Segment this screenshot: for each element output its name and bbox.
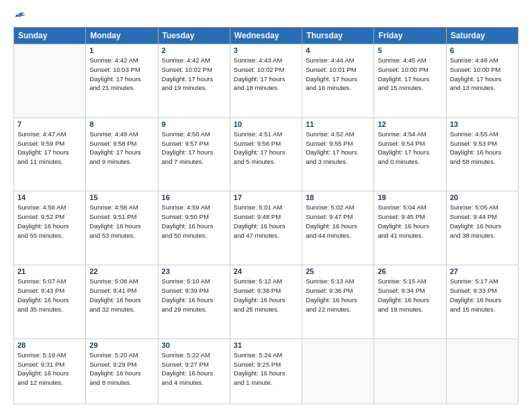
table-row: 2Sunrise: 4:42 AM Sunset: 10:02 PM Dayli… [158, 44, 230, 118]
day-number: 21 [17, 267, 82, 275]
day-info: Sunrise: 5:17 AM Sunset: 9:33 PM Dayligh… [450, 277, 515, 314]
table-row: 13Sunrise: 4:55 AM Sunset: 9:53 PM Dayli… [446, 118, 518, 191]
calendar-header-row: Sunday Monday Tuesday Wednesday Thursday… [14, 28, 519, 44]
calendar-week-row: 21Sunrise: 5:07 AM Sunset: 9:43 PM Dayli… [14, 265, 519, 339]
day-info: Sunrise: 4:47 AM Sunset: 9:59 PM Dayligh… [17, 130, 82, 167]
day-number: 9 [162, 120, 226, 128]
day-info: Sunrise: 5:13 AM Sunset: 9:36 PM Dayligh… [306, 277, 370, 314]
day-number: 14 [17, 193, 82, 201]
day-number: 4 [306, 46, 370, 54]
calendar-table: Sunday Monday Tuesday Wednesday Thursday… [13, 27, 519, 404]
day-number: 30 [162, 341, 226, 349]
table-row: 20Sunrise: 5:05 AM Sunset: 9:44 PM Dayli… [446, 191, 518, 265]
day-info: Sunrise: 5:20 AM Sunset: 9:29 PM Dayligh… [89, 351, 154, 387]
day-info: Sunrise: 5:10 AM Sunset: 9:39 PM Dayligh… [162, 277, 226, 314]
day-info: Sunrise: 5:12 AM Sunset: 9:38 PM Dayligh… [234, 277, 298, 314]
day-number: 2 [162, 46, 226, 54]
table-row: 31Sunrise: 5:24 AM Sunset: 9:25 PM Dayli… [230, 338, 302, 404]
day-info: Sunrise: 5:22 AM Sunset: 9:27 PM Dayligh… [162, 351, 226, 387]
day-info: Sunrise: 4:52 AM Sunset: 9:55 PM Dayligh… [306, 130, 370, 167]
table-row: 21Sunrise: 5:07 AM Sunset: 9:43 PM Dayli… [14, 265, 86, 339]
table-row [374, 338, 446, 404]
day-info: Sunrise: 4:56 AM Sunset: 9:52 PM Dayligh… [17, 203, 82, 240]
day-number: 24 [234, 267, 298, 275]
day-number: 22 [89, 267, 154, 275]
table-row [14, 44, 86, 118]
header-sunday: Sunday [14, 28, 86, 44]
table-row [446, 338, 518, 404]
logo [13, 11, 26, 21]
day-number: 25 [306, 267, 370, 275]
table-row: 25Sunrise: 5:13 AM Sunset: 9:36 PM Dayli… [302, 265, 374, 339]
day-info: Sunrise: 5:19 AM Sunset: 9:31 PM Dayligh… [17, 351, 82, 387]
day-number: 10 [234, 120, 298, 128]
day-number: 3 [234, 46, 298, 54]
header-saturday: Saturday [446, 28, 518, 44]
day-number: 19 [378, 193, 442, 201]
table-row: 1Sunrise: 4:42 AM Sunset: 10:03 PM Dayli… [86, 44, 158, 118]
table-row: 11Sunrise: 4:52 AM Sunset: 9:55 PM Dayli… [302, 118, 374, 191]
day-number: 7 [17, 120, 82, 128]
day-info: Sunrise: 5:04 AM Sunset: 9:45 PM Dayligh… [378, 203, 442, 240]
calendar-page: Sunday Monday Tuesday Wednesday Thursday… [0, 0, 532, 411]
logo-bird-icon [14, 11, 26, 23]
day-info: Sunrise: 5:15 AM Sunset: 9:34 PM Dayligh… [378, 277, 442, 314]
day-number: 6 [450, 46, 515, 54]
table-row: 30Sunrise: 5:22 AM Sunset: 9:27 PM Dayli… [158, 338, 230, 404]
day-number: 28 [17, 341, 82, 349]
day-number: 16 [162, 193, 226, 201]
day-number: 17 [234, 193, 298, 201]
day-info: Sunrise: 4:44 AM Sunset: 10:01 PM Daylig… [306, 56, 370, 93]
header-friday: Friday [374, 28, 446, 44]
day-info: Sunrise: 4:54 AM Sunset: 9:54 PM Dayligh… [378, 130, 442, 167]
day-number: 5 [378, 46, 442, 54]
day-number: 11 [306, 120, 370, 128]
table-row: 3Sunrise: 4:43 AM Sunset: 10:02 PM Dayli… [230, 44, 302, 118]
table-row: 26Sunrise: 5:15 AM Sunset: 9:34 PM Dayli… [374, 265, 446, 339]
day-info: Sunrise: 4:51 AM Sunset: 9:56 PM Dayligh… [234, 130, 298, 167]
table-row: 10Sunrise: 4:51 AM Sunset: 9:56 PM Dayli… [230, 118, 302, 191]
table-row: 8Sunrise: 4:49 AM Sunset: 9:58 PM Daylig… [86, 118, 158, 191]
table-row: 9Sunrise: 4:50 AM Sunset: 9:57 PM Daylig… [158, 118, 230, 191]
day-info: Sunrise: 4:59 AM Sunset: 9:50 PM Dayligh… [162, 203, 226, 240]
header [13, 11, 519, 21]
calendar-week-row: 7Sunrise: 4:47 AM Sunset: 9:59 PM Daylig… [14, 118, 519, 191]
table-row: 12Sunrise: 4:54 AM Sunset: 9:54 PM Dayli… [374, 118, 446, 191]
day-number: 27 [450, 267, 515, 275]
day-info: Sunrise: 4:43 AM Sunset: 10:02 PM Daylig… [234, 56, 298, 93]
header-monday: Monday [86, 28, 158, 44]
day-info: Sunrise: 4:58 AM Sunset: 9:51 PM Dayligh… [89, 203, 154, 240]
day-number: 8 [89, 120, 154, 128]
table-row: 17Sunrise: 5:01 AM Sunset: 9:48 PM Dayli… [230, 191, 302, 265]
day-number: 31 [234, 341, 298, 349]
day-info: Sunrise: 5:24 AM Sunset: 9:25 PM Dayligh… [234, 351, 298, 387]
table-row: 14Sunrise: 4:56 AM Sunset: 9:52 PM Dayli… [14, 191, 86, 265]
day-info: Sunrise: 5:08 AM Sunset: 9:41 PM Dayligh… [89, 277, 154, 314]
day-number: 26 [378, 267, 442, 275]
table-row: 23Sunrise: 5:10 AM Sunset: 9:39 PM Dayli… [158, 265, 230, 339]
day-info: Sunrise: 5:05 AM Sunset: 9:44 PM Dayligh… [450, 203, 515, 240]
calendar-week-row: 28Sunrise: 5:19 AM Sunset: 9:31 PM Dayli… [14, 338, 519, 404]
table-row: 5Sunrise: 4:45 AM Sunset: 10:00 PM Dayli… [374, 44, 446, 118]
table-row: 19Sunrise: 5:04 AM Sunset: 9:45 PM Dayli… [374, 191, 446, 265]
table-row: 29Sunrise: 5:20 AM Sunset: 9:29 PM Dayli… [86, 338, 158, 404]
calendar-week-row: 1Sunrise: 4:42 AM Sunset: 10:03 PM Dayli… [14, 44, 519, 118]
table-row: 27Sunrise: 5:17 AM Sunset: 9:33 PM Dayli… [446, 265, 518, 339]
day-number: 13 [450, 120, 515, 128]
day-number: 18 [306, 193, 370, 201]
day-info: Sunrise: 4:45 AM Sunset: 10:00 PM Daylig… [378, 56, 442, 93]
table-row: 7Sunrise: 4:47 AM Sunset: 9:59 PM Daylig… [14, 118, 86, 191]
day-number: 29 [89, 341, 154, 349]
day-info: Sunrise: 4:42 AM Sunset: 10:03 PM Daylig… [89, 56, 154, 93]
table-row: 4Sunrise: 4:44 AM Sunset: 10:01 PM Dayli… [302, 44, 374, 118]
day-info: Sunrise: 5:02 AM Sunset: 9:47 PM Dayligh… [306, 203, 370, 240]
table-row [302, 338, 374, 404]
day-number: 1 [89, 46, 154, 54]
day-info: Sunrise: 5:07 AM Sunset: 9:43 PM Dayligh… [17, 277, 82, 314]
day-number: 12 [378, 120, 442, 128]
header-tuesday: Tuesday [158, 28, 230, 44]
day-number: 15 [89, 193, 154, 201]
table-row: 18Sunrise: 5:02 AM Sunset: 9:47 PM Dayli… [302, 191, 374, 265]
table-row: 16Sunrise: 4:59 AM Sunset: 9:50 PM Dayli… [158, 191, 230, 265]
day-number: 20 [450, 193, 515, 201]
